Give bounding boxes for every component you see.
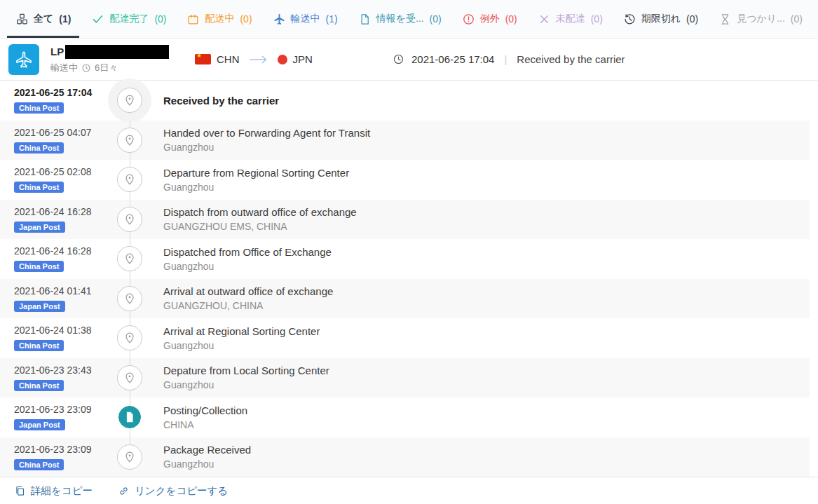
timeline-event-row: 2021-06-25 02:08 China Post Departure fr…	[0, 160, 818, 200]
timeline-event-row: 2021-06-25 17:04 China Post Received by …	[0, 81, 818, 121]
location-pin-icon	[117, 444, 142, 470]
tab-expired[interactable]: 期限切れ (0)	[623, 0, 698, 38]
shipment-duration: 6日々	[95, 62, 118, 74]
tab-in-transit[interactable]: 輸送中 (1)	[273, 0, 338, 38]
copy-details-button[interactable]: 詳細をコピー	[14, 484, 93, 498]
timeline-event-row: 2021-06-23 23:09 Japan Post Posting/Coll…	[0, 397, 818, 437]
timeline-event-row: 2021-06-24 01:41 Japan Post Arrival at o…	[0, 279, 818, 319]
event-location: CHINA	[163, 419, 818, 430]
tab-label: 配送中	[205, 13, 234, 25]
tab-count: (0)	[154, 13, 166, 25]
event-time: 2021-06-23 23:09	[14, 404, 105, 415]
check-icon	[91, 13, 104, 26]
dest-code: JPN	[293, 53, 313, 65]
package-icon	[186, 13, 200, 26]
event-time: 2021-06-25 02:08	[14, 166, 105, 177]
tab-label: 配達完了	[109, 13, 149, 25]
document-icon	[358, 13, 371, 26]
tab-count: (0)	[240, 13, 252, 25]
timeline-event-row: 2021-06-23 23:09 China Post Package Rece…	[0, 437, 818, 477]
location-pin-icon	[117, 167, 142, 192]
timeline-marker-cell	[105, 121, 154, 161]
tab-delivered[interactable]: 配達完了 (0)	[91, 0, 166, 38]
event-time: 2021-06-24 01:38	[14, 325, 105, 336]
arrow-right-icon	[250, 55, 268, 64]
carrier-badge: China Post	[14, 261, 64, 272]
location-pin-icon	[117, 325, 142, 350]
event-date-cell: 2021-06-23 23:43 China Post	[0, 358, 105, 398]
tracking-number-prefix: LP	[50, 46, 64, 57]
tab-label: 見つかり...	[737, 13, 785, 25]
timeline-marker-cell	[105, 358, 154, 398]
tab-count: (0)	[430, 13, 442, 25]
airplane-icon	[8, 44, 39, 75]
tab-count: (0)	[591, 13, 603, 25]
timeline-marker-cell	[105, 160, 154, 200]
scrollbar-track[interactable]	[810, 81, 818, 477]
event-title: Depature from Local Sorting Center	[163, 365, 818, 376]
tab-all[interactable]: 全て (1)	[15, 0, 71, 38]
event-title: Arrival at Regional Sorting Center	[163, 325, 818, 337]
tab-not-found[interactable]: 見つかり... (0)	[718, 0, 803, 38]
copy-link-button[interactable]: リンクをコピーする	[118, 484, 228, 498]
airplane-icon	[273, 13, 286, 26]
shipment-status: 輸送中	[50, 62, 78, 74]
carrier-badge: China Post	[14, 380, 64, 391]
exclamation-circle-icon	[462, 13, 475, 26]
event-title: Arrival at outward office of exchange	[163, 285, 818, 297]
carrier-badge: Japan Post	[14, 301, 65, 312]
event-date-cell: 2021-06-25 02:08 China Post	[0, 160, 105, 200]
carrier-badge: China Post	[14, 459, 64, 470]
boxes-icon	[15, 13, 29, 26]
event-title: Posting/Collection	[163, 404, 818, 416]
location-pin-icon	[117, 246, 142, 271]
tab-count: (1)	[326, 13, 338, 25]
tab-label: 例外	[480, 13, 500, 25]
latest-status: Received by the carrier	[517, 53, 625, 65]
event-location: Guangzhou	[163, 142, 818, 153]
event-title: Dispatched from Office of Exchange	[163, 246, 818, 258]
event-body: Departure from Regional Sorting Center G…	[154, 160, 818, 200]
document-icon	[118, 406, 141, 428]
tab-label: 未配達	[556, 13, 585, 25]
event-title: Handed over to Forwarding Agent for Tran…	[163, 127, 818, 139]
footer-actions: 詳細をコピー リンクをコピーする	[0, 477, 818, 504]
tab-label: 全て	[34, 13, 53, 25]
event-time: 2021-06-24 16:28	[14, 245, 105, 257]
event-body: Dispatched from Office of Exchange Guang…	[154, 239, 818, 279]
event-time: 2021-06-24 16:28	[14, 206, 105, 217]
tab-label: 輸送中	[291, 13, 320, 25]
event-title: Dispatch from outward office of exchange	[163, 206, 818, 218]
tab-label: 期限切れ	[641, 13, 681, 25]
redacted-tracking-number	[65, 45, 169, 59]
carrier-badge: Japan Post	[14, 419, 65, 430]
tab-count: (0)	[505, 13, 517, 25]
carrier-badge: China Post	[14, 182, 64, 193]
event-date-cell: 2021-06-24 16:28 China Post	[0, 239, 105, 279]
route-block: CHN JPN	[195, 53, 328, 65]
tab-exception[interactable]: 例外 (0)	[462, 0, 517, 38]
timeline-marker-cell	[105, 318, 154, 358]
tab-info-received[interactable]: 情報を受... (0)	[358, 0, 442, 38]
tracking-app: 全て (1) 配達完了 (0) 配送中 (0) 輸送中 (1)	[0, 0, 818, 504]
location-pin-icon	[117, 286, 142, 311]
timeline-marker-cell	[105, 437, 154, 477]
tab-out-for-delivery[interactable]: 配送中 (0)	[186, 0, 252, 38]
copy-icon	[14, 485, 26, 497]
event-location: GUANGZHOU EMS, CHINA	[163, 221, 818, 232]
timeline-marker-cell	[105, 239, 154, 279]
event-body: Package Received Guangzhou	[154, 437, 818, 477]
event-location: Guangzhou	[163, 379, 818, 390]
event-location: Guangzhou	[163, 261, 818, 272]
shipment-header-card[interactable]: LP 輸送中 6日々 CHN JPN 2021-06-25 17:04 |	[0, 39, 818, 81]
event-body: Arrival at outward office of exchange GU…	[154, 279, 818, 319]
carrier-badge: China Post	[14, 102, 64, 114]
tab-undelivered[interactable]: 未配達 (0)	[538, 0, 603, 38]
location-pin-icon	[117, 207, 142, 232]
shipment-id-block: LP 輸送中 6日々	[50, 45, 185, 74]
event-title: Departure from Regional Sorting Center	[163, 167, 818, 179]
status-tabbar: 全て (1) 配達完了 (0) 配送中 (0) 輸送中 (1)	[0, 0, 818, 39]
tab-count: (0)	[791, 13, 803, 25]
event-time: 2021-06-23 23:43	[14, 365, 105, 376]
timeline-event-row: 2021-06-23 23:43 China Post Depature fro…	[0, 358, 818, 398]
